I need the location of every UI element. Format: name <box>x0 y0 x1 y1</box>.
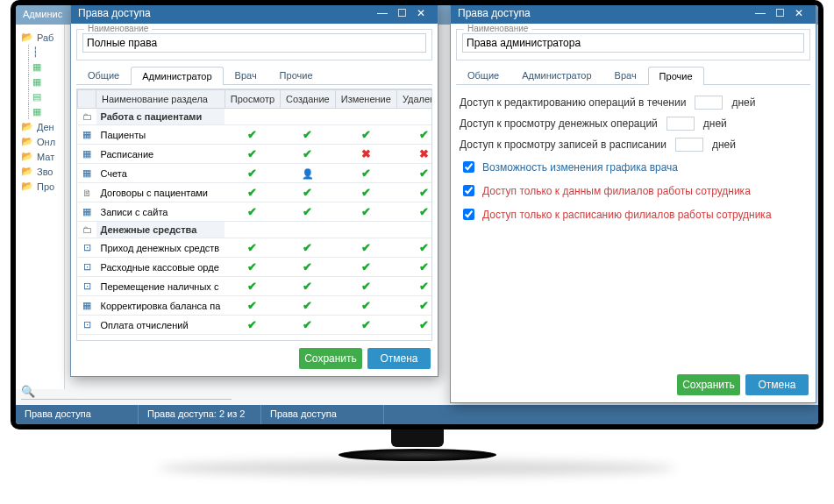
permission-cell[interactable] <box>281 183 336 202</box>
permission-cell[interactable] <box>225 202 280 222</box>
permission-cell[interactable] <box>225 296 280 316</box>
permission-cell[interactable] <box>396 296 432 316</box>
permission-cell[interactable] <box>281 258 336 277</box>
name-input[interactable] <box>462 33 804 53</box>
maximize-button[interactable]: ☐ <box>392 5 411 21</box>
setting-label[interactable]: Доступ только к данным филиалов работы с… <box>482 185 751 197</box>
close-button[interactable]: ✕ <box>411 5 431 21</box>
permission-cell[interactable] <box>335 109 396 125</box>
permission-cell[interactable] <box>396 125 432 145</box>
column-header[interactable]: Создание <box>281 90 336 109</box>
permission-cell[interactable] <box>281 296 336 316</box>
permission-cell[interactable] <box>335 164 396 183</box>
tab-врач[interactable]: Врач <box>603 66 648 84</box>
tab-прочие[interactable]: Прочие <box>268 66 324 84</box>
maximize-button[interactable]: ☐ <box>770 5 789 21</box>
permission-cell[interactable] <box>396 202 432 222</box>
permission-cell[interactable] <box>335 277 396 296</box>
permission-cell[interactable] <box>281 164 336 183</box>
permission-cell[interactable] <box>281 222 336 238</box>
sidebar-item[interactable]: Зво <box>16 164 64 179</box>
column-header[interactable]: Удаление <box>396 90 432 109</box>
table-row[interactable]: Расходные кассовые орде <box>78 258 433 277</box>
sidebar-item[interactable] <box>28 75 64 89</box>
sidebar-item[interactable]: Ден <box>16 119 64 134</box>
sidebar-item[interactable] <box>28 89 64 104</box>
permission-cell[interactable] <box>281 316 336 335</box>
table-row[interactable]: Приход денежных средств <box>78 238 433 258</box>
tab-прочие[interactable]: Прочие <box>648 67 704 85</box>
permission-cell[interactable] <box>335 316 396 335</box>
sidebar-item[interactable] <box>28 60 64 75</box>
save-button[interactable]: Сохранить <box>299 348 362 369</box>
minimize-button[interactable]: — <box>751 5 770 21</box>
table-row[interactable]: Корректировка баланса па <box>78 296 433 316</box>
cancel-button[interactable]: Отмена <box>367 348 431 369</box>
permission-cell[interactable] <box>281 238 336 258</box>
tab-администратор[interactable]: Администратор <box>510 66 602 84</box>
permissions-grid-wrap[interactable]: Наименование разделаПросмотрСозданиеИзме… <box>76 89 432 341</box>
permission-cell[interactable] <box>335 125 396 145</box>
sidebar-item[interactable]: Мат <box>16 149 64 164</box>
permission-cell[interactable] <box>225 109 280 125</box>
sidebar-item[interactable]: Про <box>16 179 64 194</box>
sidebar-item[interactable]: ┆ <box>28 45 64 60</box>
sidebar-item[interactable] <box>28 104 64 119</box>
permission-cell[interactable] <box>335 335 396 342</box>
table-row[interactable]: Отчет по отчислениям <box>78 335 433 342</box>
setting-checkbox[interactable] <box>463 185 474 196</box>
permission-cell[interactable] <box>396 335 432 342</box>
permission-cell[interactable] <box>225 183 280 202</box>
name-input[interactable] <box>82 33 426 53</box>
setting-checkbox[interactable] <box>463 161 474 173</box>
permission-cell[interactable] <box>335 202 396 222</box>
permission-cell[interactable] <box>225 335 280 342</box>
titlebar[interactable]: Права доступа — ☐ ✕ <box>451 3 816 24</box>
permission-cell[interactable] <box>396 164 432 183</box>
tab-общие[interactable]: Общие <box>456 66 510 84</box>
table-row[interactable]: Пациенты <box>78 125 433 145</box>
permission-cell[interactable] <box>225 277 280 296</box>
permission-cell[interactable] <box>335 222 396 238</box>
permission-cell[interactable] <box>396 258 432 277</box>
search-input[interactable] <box>21 384 232 400</box>
table-row[interactable]: Договоры с пациентами <box>78 183 433 202</box>
table-row[interactable]: Денежные средства <box>78 222 433 238</box>
column-header[interactable]: Изменение <box>335 90 396 109</box>
permission-cell[interactable] <box>335 145 396 164</box>
table-row[interactable]: Расписание <box>78 145 433 164</box>
minimize-button[interactable]: — <box>373 5 392 21</box>
permission-cell[interactable] <box>335 238 396 258</box>
permission-cell[interactable] <box>281 109 336 125</box>
permission-cell[interactable] <box>281 125 336 145</box>
permission-cell[interactable] <box>225 258 280 277</box>
sidebar-item[interactable]: Раб <box>16 30 64 45</box>
table-row[interactable]: Оплата отчислений <box>78 316 433 335</box>
permission-cell[interactable] <box>396 316 432 335</box>
setting-checkbox[interactable] <box>463 209 474 220</box>
permission-cell[interactable] <box>225 125 280 145</box>
tab-врач[interactable]: Врач <box>224 66 268 84</box>
permission-cell[interactable] <box>335 258 396 277</box>
tab-администратор[interactable]: Администратор <box>131 67 223 85</box>
column-header[interactable]: Наименование раздела <box>96 90 225 109</box>
permission-cell[interactable] <box>396 277 432 296</box>
days-input[interactable] <box>695 96 723 110</box>
setting-label[interactable]: Доступ только к расписанию филиалов рабо… <box>482 209 772 221</box>
permission-cell[interactable] <box>396 109 432 125</box>
permission-cell[interactable] <box>281 145 336 164</box>
permission-cell[interactable] <box>396 222 432 238</box>
permission-cell[interactable] <box>396 238 432 258</box>
days-input[interactable] <box>675 138 703 152</box>
table-row[interactable]: Работа с пациентами <box>78 109 433 125</box>
tab-общие[interactable]: Общие <box>76 66 131 84</box>
permission-cell[interactable] <box>281 335 336 342</box>
permission-cell[interactable] <box>225 164 280 183</box>
table-row[interactable]: Записи с сайта <box>78 202 433 222</box>
permission-cell[interactable] <box>225 145 280 164</box>
table-row[interactable]: Перемещение наличных с <box>78 277 433 296</box>
days-input[interactable] <box>666 117 695 131</box>
sidebar-item[interactable]: Онл <box>16 134 64 149</box>
permission-cell[interactable] <box>396 183 432 202</box>
save-button[interactable]: Сохранить <box>677 374 740 395</box>
